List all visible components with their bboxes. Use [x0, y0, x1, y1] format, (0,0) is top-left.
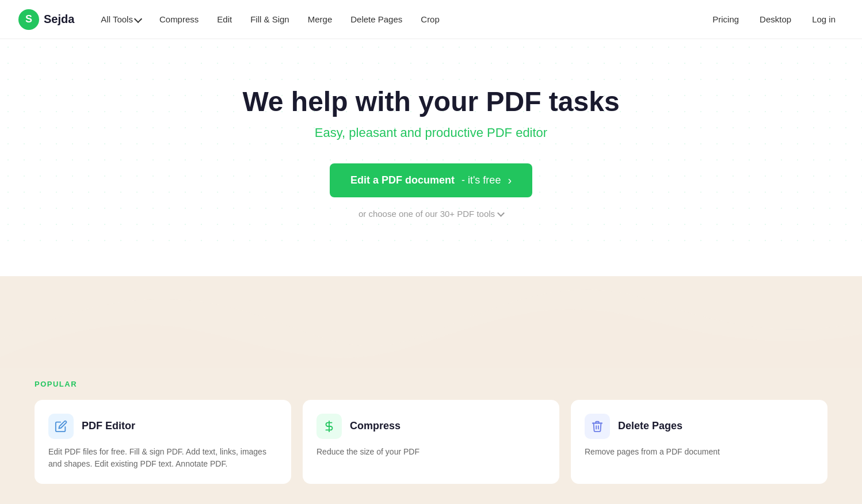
- logo-link[interactable]: S Sejda: [18, 9, 74, 30]
- card-title-delete: Delete Pages: [618, 420, 682, 432]
- card-header-compress: Compress: [316, 414, 546, 439]
- nav-fill-sign[interactable]: Fill & Sign: [242, 10, 297, 29]
- arrow-right-icon: ›: [508, 174, 512, 187]
- nav-all-tools[interactable]: All Tools: [93, 10, 149, 29]
- brand-name: Sejda: [44, 13, 74, 26]
- nav-crop[interactable]: Crop: [413, 10, 448, 29]
- nav-login[interactable]: Log in: [804, 10, 844, 29]
- chevron-down-gray-icon: [497, 209, 505, 217]
- popular-section: POPULAR PDF Editor Edit PDF files for fr…: [0, 368, 862, 504]
- nav-pricing[interactable]: Pricing: [704, 10, 747, 29]
- hero-cta-button[interactable]: Edit a PDF document - it's free ›: [330, 163, 532, 197]
- hero-cta-bold: Edit a PDF document: [350, 174, 455, 186]
- chevron-down-icon: [134, 14, 142, 22]
- hero-subtitle: Easy, pleasant and productive PDF editor: [12, 125, 850, 140]
- card-header-delete: Delete Pages: [585, 414, 814, 439]
- delete-pages-icon: [585, 414, 610, 439]
- wave-section: POPULAR PDF Editor Edit PDF files for fr…: [0, 276, 862, 504]
- cards-row: PDF Editor Edit PDF files for free. Fill…: [35, 400, 827, 484]
- wave-decoration: [0, 276, 862, 368]
- hero-section: We help with your PDF tasks Easy, pleasa…: [0, 39, 862, 242]
- popular-label: POPULAR: [35, 380, 827, 388]
- nav-main-links: All Tools Compress Edit Fill & Sign Merg…: [93, 10, 704, 29]
- card-header-editor: PDF Editor: [48, 414, 277, 439]
- card-title-compress: Compress: [350, 420, 401, 432]
- card-desc-compress: Reduce the size of your PDF: [316, 446, 546, 458]
- compress-icon: [316, 414, 342, 439]
- nav-desktop[interactable]: Desktop: [752, 10, 799, 29]
- card-delete-pages: Delete Pages Remove pages from a PDF doc…: [571, 400, 827, 484]
- card-pdf-editor: PDF Editor Edit PDF files for free. Fill…: [35, 400, 291, 484]
- card-compress: Compress Reduce the size of your PDF: [303, 400, 559, 484]
- nav-merge[interactable]: Merge: [300, 10, 341, 29]
- nav-right-links: Pricing Desktop Log in: [704, 10, 844, 29]
- logo-icon: S: [18, 9, 39, 30]
- nav-compress[interactable]: Compress: [151, 10, 207, 29]
- hero-title: We help with your PDF tasks: [12, 85, 850, 119]
- card-title-editor: PDF Editor: [82, 420, 135, 432]
- nav-delete-pages[interactable]: Delete Pages: [342, 10, 410, 29]
- main-nav: S Sejda All Tools Compress Edit Fill & S…: [0, 0, 862, 39]
- tools-hint[interactable]: or choose one of our 30+ PDF tools: [12, 209, 850, 219]
- card-desc-editor: Edit PDF files for free. Fill & sign PDF…: [48, 446, 277, 470]
- card-desc-delete: Remove pages from a PDF document: [585, 446, 814, 458]
- hero-cta-rest: - it's free: [461, 174, 501, 186]
- nav-edit[interactable]: Edit: [209, 10, 240, 29]
- pdf-editor-icon: [48, 414, 74, 439]
